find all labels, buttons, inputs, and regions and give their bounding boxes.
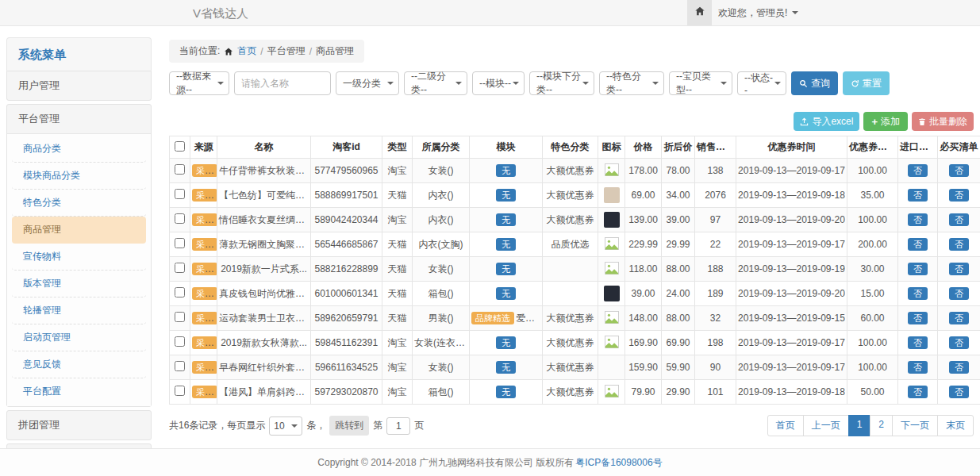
sidebar-section-header[interactable]: 平台管理	[7, 105, 151, 133]
sidebar-item[interactable]: 宣传物料	[12, 244, 146, 271]
page-next-button[interactable]: 下一页	[892, 415, 938, 436]
filter-select-source[interactable]: --数据来源--	[169, 71, 229, 95]
discount-price-cell: 29.99	[662, 232, 695, 257]
sidebar-item[interactable]: 商品管理	[12, 217, 146, 244]
module-cell: 无	[470, 380, 543, 405]
import-select-toggle[interactable]: 否	[908, 386, 928, 398]
import-select-toggle[interactable]: 否	[908, 238, 928, 251]
must-buy-toggle[interactable]: 否	[949, 164, 969, 177]
sidebar-item[interactable]: 启动页管理	[12, 324, 146, 351]
must-buy-toggle[interactable]: 否	[949, 213, 969, 226]
import-select-toggle[interactable]: 否	[908, 336, 928, 349]
column-header: 模块	[470, 136, 543, 159]
import-select-toggle[interactable]: 否	[908, 213, 928, 226]
row-checkbox-cell	[170, 355, 190, 380]
source-badge: 采集	[192, 263, 217, 275]
product-thumbnail	[604, 187, 620, 203]
source-cell: 采集	[190, 380, 217, 405]
name-search-input[interactable]	[234, 71, 331, 95]
import-select-toggle[interactable]: 否	[908, 189, 928, 202]
filter-select-category2[interactable]: --二级分类--	[404, 71, 467, 95]
copyright-text: Copyright © 2014-2018 广州九驰网络科技有限公司 版权所有	[317, 456, 574, 470]
sidebar-item[interactable]: 意见反馈	[12, 351, 146, 378]
reset-label: 重置	[863, 77, 882, 90]
jump-page-input[interactable]	[386, 417, 410, 435]
must-buy-toggle[interactable]: 否	[949, 238, 969, 251]
add-button[interactable]: + 添加	[863, 112, 908, 131]
user-dropdown[interactable]: 欢迎您，管理员!	[718, 0, 798, 25]
batch-delete-button[interactable]: 批量删除	[912, 112, 974, 131]
import-select-toggle[interactable]: 否	[908, 164, 928, 177]
sidebar-item[interactable]: 商品分类	[12, 136, 146, 163]
home-button[interactable]	[687, 0, 712, 25]
import-excel-label: 导入excel	[812, 115, 853, 129]
coupon-time-cell: 2019-09-13—2019-09-18	[736, 183, 847, 208]
coupon-amount-cell: 15.00	[847, 282, 898, 306]
filter-select-feature[interactable]: --特色分类--	[599, 71, 664, 95]
sidebar-item[interactable]: 平台配置	[12, 378, 146, 405]
sidebar-section-header[interactable]: 用户管理	[7, 71, 151, 100]
sidebar-item[interactable]: 轮播管理	[12, 298, 146, 324]
taoke-id-cell: 597293020870	[311, 380, 382, 405]
import-select-toggle[interactable]: 否	[908, 361, 928, 374]
page-number-button[interactable]: 2	[870, 415, 893, 436]
sidebar-item[interactable]: 模块商品分类	[12, 163, 146, 190]
must-buy-toggle[interactable]: 否	[949, 336, 969, 349]
filter-select-module[interactable]: --模块--	[472, 71, 525, 95]
row-checkbox[interactable]	[175, 361, 185, 371]
page-prev-button[interactable]: 上一页	[803, 415, 849, 436]
page-last-button[interactable]: 末页	[937, 415, 974, 436]
import-excel-button[interactable]: 导入excel	[794, 112, 859, 131]
must-buy-toggle[interactable]: 否	[949, 189, 969, 202]
must-buy-toggle[interactable]: 否	[949, 312, 969, 324]
row-checkbox[interactable]	[175, 238, 185, 248]
sidebar-item[interactable]: 特色分类	[12, 190, 146, 217]
search-button[interactable]: 查询	[791, 71, 838, 95]
row-checkbox-cell	[170, 282, 190, 306]
module-none-badge[interactable]: 无	[496, 336, 516, 349]
reset-button[interactable]: 重置	[843, 71, 890, 95]
module-none-badge[interactable]: 无	[496, 164, 516, 177]
per-page-select[interactable]: 10	[269, 416, 302, 436]
row-checkbox[interactable]	[175, 164, 185, 175]
breadcrumb-home-link[interactable]: 首页	[237, 44, 256, 58]
must-buy-toggle[interactable]: 否	[949, 386, 969, 398]
must-buy-toggle[interactable]: 否	[949, 263, 969, 275]
module-cell: 无	[470, 208, 543, 232]
feature-cell	[543, 257, 598, 282]
filter-select-item-type[interactable]: --宝贝类型--	[669, 71, 732, 95]
import-select-toggle[interactable]: 否	[908, 263, 928, 275]
module-none-badge[interactable]: 无	[496, 263, 516, 275]
import-select-toggle[interactable]: 否	[908, 312, 928, 324]
must-buy-toggle[interactable]: 否	[949, 361, 969, 374]
module-none-badge[interactable]: 无	[496, 386, 516, 398]
row-checkbox[interactable]	[175, 386, 185, 396]
row-checkbox[interactable]	[175, 263, 185, 273]
row-checkbox[interactable]	[175, 287, 185, 298]
module-none-badge[interactable]: 无	[496, 189, 516, 202]
discount-price-cell: 88.00	[662, 257, 695, 282]
import-select-toggle[interactable]: 否	[908, 287, 928, 300]
icp-link[interactable]: 粤ICP备16098006号	[575, 456, 662, 470]
module-none-badge[interactable]: 无	[496, 287, 516, 300]
sidebar-item[interactable]: 版本管理	[12, 271, 146, 298]
row-checkbox[interactable]	[175, 189, 185, 199]
filter-select-status[interactable]: --状态--	[737, 71, 786, 95]
module-none-badge[interactable]: 无	[496, 361, 516, 374]
module-none-badge[interactable]: 无	[496, 238, 516, 251]
row-checkbox[interactable]	[175, 336, 185, 347]
page-number-button[interactable]: 1	[848, 415, 871, 436]
price-cell: 229.99	[625, 232, 662, 257]
sidebar-section-header[interactable]: 拼团管理	[7, 411, 151, 440]
select-all-checkbox-cell	[170, 136, 190, 159]
module-none-badge[interactable]: 无	[496, 213, 516, 226]
select-all-checkbox[interactable]	[175, 141, 185, 152]
filter-select-category1[interactable]: 一级分类	[336, 71, 399, 95]
page-first-button[interactable]: 首页	[767, 415, 804, 436]
row-checkbox[interactable]	[175, 213, 185, 224]
sales-cell: 97	[695, 208, 736, 232]
row-checkbox[interactable]	[175, 312, 185, 322]
jump-button[interactable]: 跳转到	[329, 416, 369, 436]
filter-select-module-sub[interactable]: --模块下分类--	[529, 71, 594, 95]
must-buy-toggle[interactable]: 否	[949, 287, 969, 300]
